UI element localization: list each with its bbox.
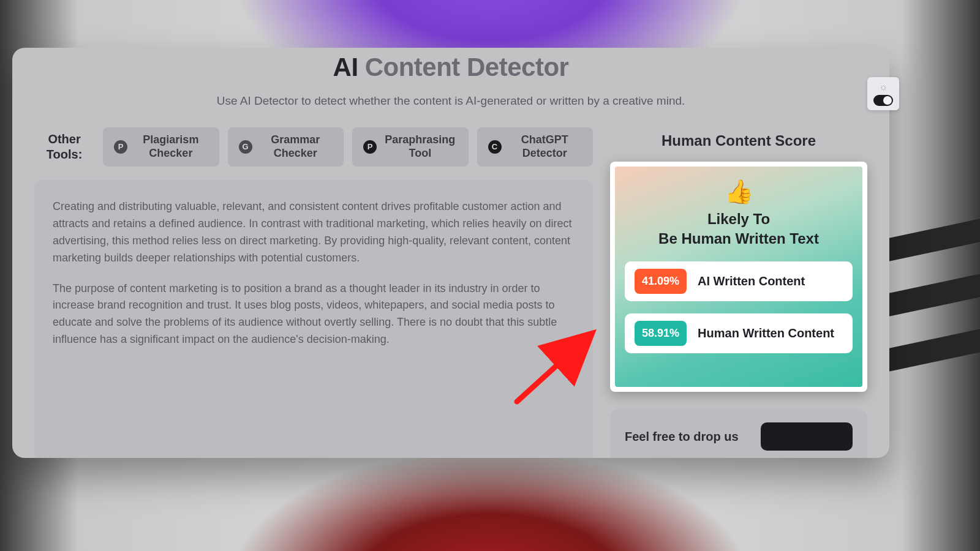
verdict-line1: Likely To [707, 211, 770, 227]
decor-stripe [882, 324, 980, 373]
left-column: Other Tools: P Plagiarism Checker G Gram… [34, 127, 593, 458]
tool-label: Grammar Checker [258, 133, 333, 160]
right-column: Human Content Score 👍 Likely To Be Human… [610, 127, 867, 458]
score-heading: Human Content Score [610, 132, 867, 149]
page-title: AI Content Detector [12, 53, 889, 82]
decor-stripe [882, 214, 980, 263]
title-rest: Content Detector [358, 53, 569, 81]
letter-p-icon: P [363, 140, 377, 154]
tool-grammar-checker[interactable]: G Grammar Checker [228, 127, 344, 167]
human-score-row: 58.91% Human Written Content [625, 313, 853, 353]
page-background: AI Content Detector Use AI Detector to d… [0, 0, 980, 551]
theme-toggle[interactable]: ☼ [867, 77, 899, 110]
app-card: AI Content Detector Use AI Detector to d… [12, 48, 889, 458]
letter-p-icon: P [114, 140, 127, 154]
tool-label: ChatGPT Detector [508, 133, 582, 160]
score-card-inner: 👍 Likely To Be Human Written Text 41.09%… [615, 167, 862, 387]
human-score-label: Human Written Content [698, 326, 834, 340]
feedback-text: Feel free to drop us [625, 430, 739, 444]
score-card: 👍 Likely To Be Human Written Text 41.09%… [610, 162, 867, 392]
content-paragraph: The purpose of content marketing is to p… [53, 280, 575, 349]
ai-percent-badge: 41.09% [635, 269, 687, 294]
other-tools-label: Other Tools: [34, 132, 94, 162]
sun-icon: ☼ [879, 81, 888, 92]
ai-score-row: 41.09% AI Written Content [625, 261, 853, 301]
tool-label: Paraphrasing Tool [383, 133, 457, 160]
human-percent-badge: 58.91% [635, 321, 687, 346]
tool-label: Plagiarism Checker [134, 133, 208, 160]
toggle-switch[interactable] [873, 95, 893, 106]
other-tools-row: Other Tools: P Plagiarism Checker G Gram… [34, 127, 593, 167]
verdict-line2: Be Human Written Text [658, 230, 819, 247]
tool-plagiarism-checker[interactable]: P Plagiarism Checker [103, 127, 219, 167]
tool-paraphrasing-tool[interactable]: P Paraphrasing Tool [352, 127, 468, 167]
ai-score-label: AI Written Content [698, 274, 805, 288]
content-paragraph: Creating and distributing valuable, rele… [53, 198, 575, 267]
tool-chatgpt-detector[interactable]: C ChatGPT Detector [477, 127, 593, 167]
feedback-button[interactable] [761, 422, 853, 451]
feedback-box: Feel free to drop us [610, 409, 867, 458]
decor-stripe [882, 269, 980, 318]
verdict-text: Likely To Be Human Written Text [625, 209, 853, 249]
title-ai: AI [333, 53, 358, 81]
page-subtitle: Use AI Detector to detect whether the co… [12, 94, 889, 108]
content-textarea[interactable]: Creating and distributing valuable, rele… [34, 180, 593, 458]
thumbs-up-icon: 👍 [625, 180, 853, 203]
letter-c-icon: C [488, 140, 502, 154]
letter-g-icon: G [239, 140, 252, 154]
